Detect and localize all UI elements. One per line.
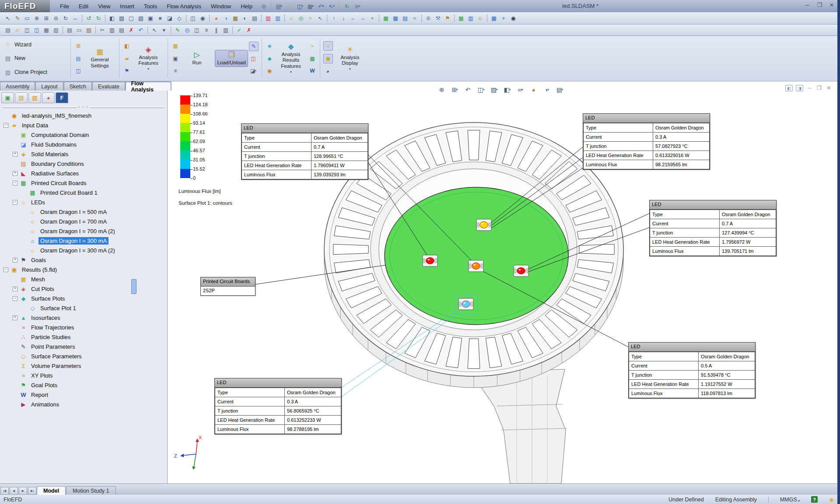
save-icon[interactable]: ◫▾ [296,2,304,10]
previous-view-icon[interactable]: ↶ [462,85,474,94]
collapse-icon[interactable]: − [13,200,18,205]
display-style-icon[interactable]: ◧▾ [501,85,513,94]
move-up-icon[interactable]: ↑ [329,14,338,23]
cursor-blue-icon[interactable]: ↖ [316,14,325,23]
property-manager-tab[interactable]: ▤ [15,92,28,103]
next-tab-icon[interactable]: ▶ [19,487,27,495]
circle-end-icon[interactable]: ◉ [509,14,518,23]
move-down-icon[interactable]: ↓ [339,14,348,23]
restore-icon[interactable]: ❐ [816,2,823,8]
menu-help[interactable]: Help [237,1,256,11]
first-tab-icon[interactable]: |◀ [0,487,9,495]
new-doc-icon[interactable]: ▤ [4,26,12,35]
general-settings-button[interactable]: ▦ General Settings [84,47,116,69]
menu-edit[interactable]: Edit [75,1,92,11]
tree-item[interactable]: ≈XY Plots [0,371,167,380]
tree-item[interactable]: ☼Osram Dragon I = 300 mA [0,236,167,245]
wizard-button[interactable]: ☆ Wizard [3,40,68,49]
grid-v-icon[interactable]: ∥ [212,26,220,35]
features-tree-tab[interactable]: ▣ [1,92,14,103]
help-icon[interactable]: ? [811,496,818,503]
rgb-icon[interactable]: ▥ [264,14,273,23]
search-icon[interactable]: ⊙ [259,2,268,10]
print-icon[interactable]: ▦ [42,26,51,35]
expand-icon[interactable]: + [13,258,18,262]
component-control-icon[interactable]: ⊞ [74,42,83,50]
tree-item[interactable]: ≈Flow Trajectories [0,322,167,332]
goals-flag-icon[interactable]: ⚑ [122,66,131,75]
display-manager-tab[interactable]: ◕ [42,92,55,103]
tree-item[interactable]: ✎Point Parameters [0,342,167,351]
tree-item[interactable]: ◪Fluid Subdomains [0,140,167,149]
collapse-icon[interactable]: − [13,181,18,186]
display-mode-icon[interactable]: ◕ [323,67,332,76]
floefd-analysis-tab[interactable]: F [56,92,68,103]
move-right-icon[interactable]: → [358,14,367,23]
camera-icon[interactable]: ◉ [198,14,207,23]
edit-appearance-icon[interactable]: ◕ [528,85,539,94]
tree-item[interactable]: ▦Printed Circuit Board 1 [0,188,167,197]
menu-insert[interactable]: Insert [116,1,138,11]
motion-study-tab[interactable]: Motion Study 1 [66,486,116,495]
paste-icon[interactable]: ▤ [117,26,126,35]
tab-assembly[interactable]: Assembly [0,82,35,91]
section-view-icon[interactable]: ◫▾ [475,85,487,94]
menu-tools[interactable]: Tools [140,1,161,11]
engineering-db-icon[interactable]: ◫ [74,66,83,75]
columns-icon[interactable]: ▥ [221,26,230,35]
tree-item[interactable]: ▶Animations [0,399,167,409]
globe-green-icon[interactable]: ◎ [297,14,305,23]
menu-file[interactable]: File [56,1,73,11]
goal-dot-icon[interactable]: ◉ [265,66,274,75]
split-view-icon[interactable]: ◫ [192,26,201,35]
tree-item[interactable]: ☼Osram Dragon I = 300 mA (2) [0,245,167,255]
wireframe-icon[interactable]: ▢ [127,14,136,23]
tab-layout[interactable]: Layout [35,82,63,91]
bulb-orange-icon[interactable]: ☼ [287,14,296,23]
tree-item[interactable]: ▤Boundary Conditions [0,159,167,168]
hidden-lines-icon[interactable]: ▨ [136,14,145,23]
plus-add-icon[interactable]: + [499,14,508,23]
pen-green-icon[interactable]: ✎ [173,26,182,35]
check-green-icon[interactable]: ✓ [235,26,244,35]
tree-item[interactable]: ▣Computational Domain [0,130,167,140]
tree-item[interactable]: ⚑Goal Plots [0,380,167,390]
undo-icon[interactable]: ↶ [136,26,145,35]
print-icon[interactable]: ▦▾ [306,2,315,10]
tree-item[interactable]: −▰Input Data [0,120,167,130]
close-icon[interactable]: ✕ [828,2,836,8]
zoom-fit-icon[interactable]: ⊕ [436,85,448,94]
3d-export-icon[interactable]: ▧ [84,26,93,35]
curvature-icon[interactable]: ◐ [241,14,249,23]
minimize-icon[interactable]: ─ [803,2,811,8]
delete-red-icon[interactable]: ✗ [127,26,136,35]
zoom-area-icon[interactable]: ⊞▾ [449,85,461,94]
mesh-icon[interactable]: ▦ [171,42,180,50]
tree-item[interactable]: −▦Printed Circuit Boards [0,178,167,188]
new-project-button[interactable]: ▤ New [3,54,68,63]
panel-splitter-handle[interactable] [131,279,136,294]
perspective-icon[interactable]: ◇ [175,14,184,23]
collapse-icon[interactable]: − [4,267,8,272]
excel-export-icon[interactable]: ▦ [308,54,317,63]
scene-icon[interactable]: ◑ [221,14,230,23]
texture-icon[interactable]: ▦ [231,14,240,23]
people-icon[interactable]: ☺ [476,14,485,23]
cut-icon[interactable]: ✂ [98,26,107,35]
boundary-condition-icon[interactable]: ◧ [122,42,131,50]
excel-3-icon[interactable]: ▦ [490,14,498,23]
zoom-fit-icon[interactable]: ⊕ [32,14,41,23]
lightbulb-icon[interactable]: ☼ [323,41,333,51]
tree-item[interactable]: −☼LEDs [0,197,167,207]
tree-item[interactable]: ◇Surface Parameters [0,351,167,361]
source-icon[interactable]: ▰ [122,54,131,63]
axis-cross-icon[interactable]: + [368,14,377,23]
apply-scene-icon[interactable]: ◑▾ [541,85,553,94]
collapse-icon[interactable]: − [13,296,18,301]
zoom-area-icon[interactable]: ⊞ [42,14,51,23]
select-arrow-icon[interactable]: ↖▾ [327,2,336,10]
screen-icon[interactable]: ▭ [23,14,32,23]
shadow-icon[interactable]: ◪ [165,14,174,23]
word-report-icon[interactable]: W [308,66,317,75]
tree-item[interactable]: WReport [0,390,167,399]
